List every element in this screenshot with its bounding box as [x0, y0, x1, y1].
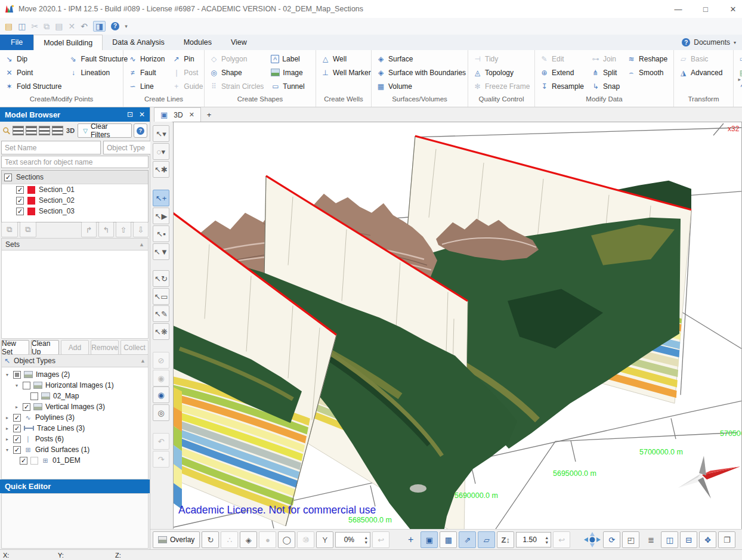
pick-visibility-tool[interactable]: ◉: [153, 370, 169, 386]
tree-item-polylines[interactable]: ∿ Polylines (3): [2, 412, 148, 423]
circle-display-button[interactable]: ◯: [278, 531, 295, 548]
cut-icon[interactable]: ✂: [31, 22, 38, 30]
move-up-button[interactable]: ⇧: [116, 222, 131, 237]
show-outline-tool[interactable]: ◎: [153, 404, 169, 421]
z-scale-button[interactable]: Z↕: [497, 531, 514, 548]
checkbox[interactable]: [13, 435, 21, 443]
chevron-right-icon[interactable]: [4, 415, 10, 420]
undo-button[interactable]: ↶: [153, 433, 169, 450]
ribbon-item-polygon[interactable]: ◇Polygon: [206, 52, 267, 66]
checkbox[interactable]: [23, 403, 30, 411]
checkbox[interactable]: [23, 382, 30, 389]
ribbon-item-dip[interactable]: ↘Dip: [1, 52, 65, 66]
color-box[interactable]: [30, 457, 38, 465]
ribbon-item-basic[interactable]: ▱Basic: [675, 52, 726, 66]
ribbon-item-strain-circles[interactable]: ⠿Strain Circles: [206, 79, 267, 93]
rotate-cursor-tool[interactable]: ↖↻: [153, 270, 169, 287]
ribbon-item-smooth[interactable]: ⌢Smooth: [623, 66, 671, 79]
redo-button[interactable]: ↷: [153, 451, 169, 468]
documents-dropdown[interactable]: Documents: [694, 38, 730, 47]
opacity-reset-button[interactable]: ↩: [372, 531, 389, 548]
new-set-button[interactable]: New Set: [1, 340, 29, 355]
ribbon-item-split[interactable]: ⋔Split: [588, 66, 623, 79]
float-panel-icon[interactable]: ⊡: [127, 110, 133, 119]
paste-icon[interactable]: ▤: [55, 22, 63, 30]
object-types-header[interactable]: ↖ Object Types ▲: [1, 354, 149, 367]
list-view-icon-2[interactable]: [26, 126, 37, 135]
ribbon-item-fault[interactable]: ≠Fault: [125, 66, 168, 79]
ribbon-item-label[interactable]: ALabel: [267, 52, 308, 66]
new-view-button[interactable]: +: [201, 107, 218, 122]
ribbon-item-freeze-frame[interactable]: ✻Freeze Frame: [469, 79, 533, 93]
ribbon-item-surface[interactable]: ◈Surface: [373, 52, 469, 66]
move-into-button[interactable]: ↱: [81, 222, 97, 237]
spinner-arrows[interactable]: ▲▼: [362, 536, 370, 544]
tree-item-horizontal-images[interactable]: Horizontal Images (1): [2, 380, 148, 391]
ribbon-item-well[interactable]: △Well: [317, 52, 375, 66]
color-swatch[interactable]: [27, 186, 35, 194]
minimize-button[interactable]: —: [673, 5, 684, 14]
ribbon-item-resample[interactable]: ↧Resample: [536, 79, 588, 93]
view-options-dropdown[interactable]: ▼: [737, 532, 742, 547]
tree-item-posts[interactable]: ∣ Posts (6): [2, 434, 148, 444]
tab-view[interactable]: View: [221, 35, 256, 50]
tree-item-trace-lines[interactable]: Trace Lines (3): [2, 423, 148, 434]
help-button[interactable]: ?: [134, 123, 147, 138]
opacity-input[interactable]: [336, 535, 362, 544]
sets-list[interactable]: [1, 250, 149, 339]
z-scale-input[interactable]: [517, 535, 543, 544]
spinner-arrows[interactable]: ▲▼: [543, 536, 551, 544]
crosshair-button[interactable]: +: [403, 532, 419, 547]
overlay-button[interactable]: Overlay: [153, 531, 200, 548]
walk-mode-button[interactable]: ⟳: [603, 531, 620, 548]
chevron-right-icon[interactable]: [4, 437, 10, 442]
tree-item-vertical-images[interactable]: Vertical Images (3): [2, 401, 148, 412]
sets-section-header[interactable]: Sets ▲: [1, 238, 149, 250]
set-name-filter-input[interactable]: [1, 141, 101, 154]
close-tab-icon[interactable]: ✕: [189, 111, 194, 119]
spin-view-button[interactable]: ↻: [202, 531, 219, 548]
ribbon-item-point[interactable]: ✕Point: [1, 66, 65, 79]
copy-set-button[interactable]: ⧉: [1, 222, 18, 237]
ribbon-item-extend[interactable]: ⊕Extend: [536, 66, 588, 79]
search-icon[interactable]: [2, 126, 11, 135]
sections-tree-header[interactable]: Sections: [2, 171, 148, 184]
gears-cursor-tool[interactable]: ↖❋: [153, 323, 169, 340]
hide-object-tool[interactable]: ⊘: [153, 352, 169, 369]
tree-item-section-01[interactable]: Section_01: [2, 184, 148, 195]
box-cursor-tool[interactable]: ↖▪: [153, 225, 169, 242]
window-mode-button[interactable]: ❐: [718, 531, 735, 548]
tree-item-images[interactable]: Images (2): [2, 369, 148, 380]
z-scale-reset-button[interactable]: ↩: [553, 531, 570, 548]
collect-button[interactable]: Collect: [120, 340, 149, 355]
ribbon-item-well-marker[interactable]: ⊥Well Marker: [317, 66, 375, 79]
chevron-down-icon[interactable]: [4, 372, 10, 378]
toolbar-more-icon[interactable]: ▾: [125, 24, 128, 29]
tab-data-analysis[interactable]: Data & Analysis: [103, 35, 174, 50]
help-icon[interactable]: ?: [111, 22, 119, 30]
filter-3d-toggle[interactable]: 3D: [66, 127, 75, 134]
close-icon[interactable]: ✕: [139, 110, 145, 119]
collapse-icon[interactable]: ▲: [140, 358, 146, 364]
clip-plane-button[interactable]: ▱: [478, 531, 495, 548]
ribbon-item-reshape[interactable]: ≋Reshape: [623, 52, 671, 66]
checkbox[interactable]: [16, 186, 24, 194]
ribbon-item-horizon[interactable]: ∿Horizon: [125, 52, 168, 66]
checkbox[interactable]: [13, 414, 21, 422]
vertical-exaggeration-button[interactable]: Y: [316, 531, 333, 548]
ribbon-item-fault-structure[interactable]: ⇘Fault Structure: [65, 52, 131, 66]
maximize-button[interactable]: □: [700, 5, 711, 14]
tree-item-section-03[interactable]: Section_03: [2, 206, 148, 216]
ribbon-item-post[interactable]: ∣Post: [168, 66, 206, 79]
copy-icon[interactable]: ⧉: [44, 22, 50, 30]
checkbox[interactable]: [16, 197, 24, 205]
color-swatch[interactable]: [27, 208, 35, 215]
list-view-icon-4[interactable]: [52, 126, 63, 135]
ribbon-overflow-arrow[interactable]: ▸: [738, 76, 741, 82]
ribbon-item-join[interactable]: ⊶Join: [588, 52, 623, 66]
tab-3d-view[interactable]: ▣ 3D ✕: [154, 107, 201, 122]
list-view-icon-3[interactable]: [39, 126, 50, 135]
ribbon-item-tunnel[interactable]: ▭Tunnel: [267, 79, 308, 93]
checkbox[interactable]: [20, 457, 27, 465]
checkbox[interactable]: [13, 425, 21, 432]
